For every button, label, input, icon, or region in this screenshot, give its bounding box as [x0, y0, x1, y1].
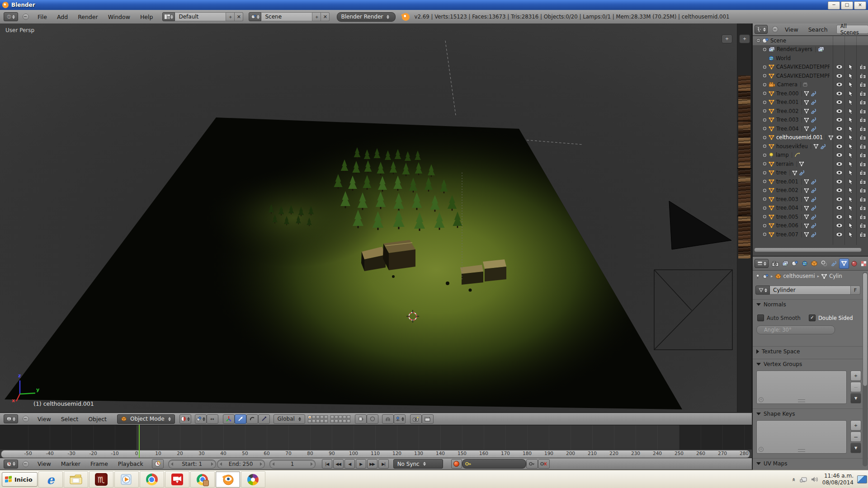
frame-start-field[interactable]: Start: 1	[168, 460, 216, 469]
selectability-pointer-icon[interactable]	[845, 231, 857, 238]
renderability-camera-icon[interactable]	[857, 197, 868, 202]
visibility-eye-icon[interactable]	[833, 65, 845, 69]
selectability-pointer-icon[interactable]	[845, 64, 857, 70]
renderability-camera-icon[interactable]	[857, 64, 868, 70]
renderability-camera-icon[interactable]	[857, 205, 868, 211]
taskbar-app-chrome[interactable]	[140, 471, 164, 488]
viewport-canvas[interactable]	[0, 23, 737, 412]
current-frame-marker[interactable]	[139, 425, 140, 458]
layers-grid-2[interactable]	[330, 415, 350, 423]
expander-icon[interactable]	[762, 161, 768, 166]
tab-modifiers[interactable]	[829, 259, 838, 268]
expander-icon[interactable]	[762, 170, 768, 175]
outliner-row-terrain[interactable]: terrain|	[753, 160, 868, 169]
expander-icon[interactable]	[762, 126, 768, 131]
visibility-eye-icon[interactable]	[833, 117, 845, 122]
selectability-pointer-icon[interactable]	[845, 108, 857, 114]
screen-layout-icon[interactable]	[162, 12, 175, 21]
selectability-pointer-icon[interactable]	[845, 161, 857, 167]
translate-manipulator-button[interactable]	[235, 414, 246, 424]
visibility-eye-icon[interactable]	[833, 100, 845, 104]
timeline-track-area[interactable]	[0, 425, 752, 450]
network-icon[interactable]	[800, 476, 807, 483]
outliner-row-world[interactable]: World	[753, 54, 868, 63]
outliner-row-camera[interactable]: Camera|	[753, 80, 868, 89]
selectability-pointer-icon[interactable]	[845, 178, 857, 185]
timeline-collapse-button[interactable]	[23, 461, 29, 467]
expander-icon[interactable]	[762, 197, 768, 202]
outliner-scope-dropdown[interactable]: All Scenes	[836, 25, 868, 34]
remove-vertex-group-button[interactable]: −	[850, 382, 861, 392]
properties-editor-type-button[interactable]	[755, 259, 769, 268]
opengl-render-button[interactable]	[410, 414, 422, 424]
fake-user-button[interactable]: F	[851, 286, 860, 295]
mode-dropdown[interactable]: Object Mode	[117, 414, 175, 424]
menu-playback[interactable]: Playback	[114, 459, 147, 469]
menu-object[interactable]: Object	[84, 414, 111, 424]
visibility-eye-icon[interactable]	[833, 135, 845, 140]
outliner-row-housevikfeu[interactable]: housevikfeu|	[753, 142, 868, 151]
vertex-group-specials-button[interactable]: ▼	[850, 393, 861, 404]
outliner-row-tree-003[interactable]: tree.003|	[753, 195, 868, 204]
outliner-row-lamp[interactable]: lamp|	[753, 151, 868, 160]
close-button[interactable]: ×	[854, 1, 866, 9]
renderability-camera-icon[interactable]	[857, 161, 868, 167]
snap-element-dropdown[interactable]	[394, 414, 406, 424]
pivot-align-toggle[interactable]: ↔	[207, 414, 218, 424]
delete-scene-button[interactable]: ✕	[321, 12, 330, 21]
renderability-camera-icon[interactable]	[857, 91, 868, 96]
tray-expand-chevron-icon[interactable]: «	[791, 478, 797, 481]
selectability-pointer-icon[interactable]	[845, 152, 857, 158]
renderability-camera-icon[interactable]	[857, 170, 868, 175]
pivot-point-dropdown[interactable]	[195, 414, 207, 424]
outliner-row-tree-006[interactable]: tree.006|	[753, 221, 868, 230]
expander-icon[interactable]	[762, 232, 768, 237]
remove-shape-key-button[interactable]: −	[850, 432, 861, 442]
taskbar-app-file-explorer[interactable]	[64, 471, 88, 488]
next-keyframe-button[interactable]: ▶▶	[367, 459, 377, 469]
visibility-eye-icon[interactable]	[833, 223, 845, 228]
selectability-pointer-icon[interactable]	[845, 99, 857, 105]
expander-icon[interactable]	[755, 38, 761, 43]
collapse-menus-button[interactable]	[23, 14, 29, 20]
frame-end-field[interactable]: End: 250	[217, 460, 265, 469]
rotate-manipulator-button[interactable]	[246, 414, 258, 424]
visibility-eye-icon[interactable]	[833, 206, 845, 210]
tab-constraints[interactable]	[820, 259, 829, 268]
current-frame-field[interactable]: 1	[269, 460, 316, 469]
visibility-eye-icon[interactable]	[833, 188, 845, 192]
pin-icon[interactable]	[755, 274, 760, 279]
uv-maps-panel-header[interactable]: UV Maps	[753, 459, 868, 467]
screen-layout-name[interactable]: Default	[175, 12, 226, 21]
shape-keys-list[interactable]: ＋	[756, 420, 847, 454]
outliner-collapse-button[interactable]	[772, 26, 778, 33]
renderability-camera-icon[interactable]	[857, 144, 868, 149]
expander-icon[interactable]	[762, 108, 768, 113]
add-scene-button[interactable]: ＋	[312, 12, 321, 21]
volume-icon[interactable]	[811, 476, 819, 483]
selectability-pointer-icon[interactable]	[845, 134, 857, 141]
expander-icon[interactable]	[762, 73, 768, 78]
expander-icon[interactable]	[762, 188, 768, 193]
menu-view[interactable]: View	[33, 459, 55, 469]
delete-layout-button[interactable]: ✕	[235, 12, 243, 21]
taskbar-app-video-downloader[interactable]	[165, 471, 189, 488]
delete-keyframe-button[interactable]	[538, 459, 550, 469]
viewport-collapse-button[interactable]	[23, 416, 29, 422]
renderability-camera-icon[interactable]	[857, 108, 868, 114]
tab-object[interactable]	[810, 259, 819, 268]
visibility-eye-icon[interactable]	[833, 91, 845, 96]
render-engine-dropdown[interactable]: Blender Render	[337, 12, 396, 22]
expander-icon[interactable]	[762, 214, 768, 219]
timeline-ruler[interactable]: -50-40-30-20-100102030405060708090100110…	[0, 450, 752, 458]
renderability-camera-icon[interactable]	[857, 99, 868, 105]
taskbar-app-picasa[interactable]	[241, 471, 265, 488]
vertex-groups-list[interactable]: ＋	[756, 371, 847, 404]
selectability-pointer-icon[interactable]	[845, 196, 857, 202]
selectability-pointer-icon[interactable]	[845, 81, 857, 88]
tab-texture[interactable]	[859, 259, 868, 268]
outliner-row-tree-005[interactable]: tree.005|	[753, 212, 868, 221]
play-forward-button[interactable]: ▶	[356, 459, 366, 469]
scene-selector-icon[interactable]	[249, 12, 261, 21]
expander-icon[interactable]	[762, 153, 768, 158]
